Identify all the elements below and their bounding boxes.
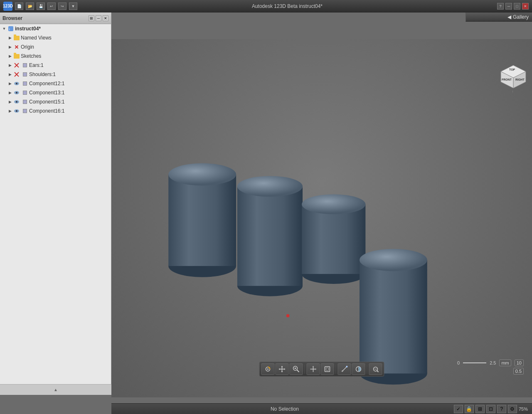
origin-x-icon [13, 44, 20, 50]
svg-marker-64 [279, 368, 280, 370]
comp12-box-icon [22, 80, 28, 87]
gallery-label[interactable]: Gallery [513, 14, 529, 20]
svg-point-11 [16, 101, 17, 103]
svg-line-75 [342, 370, 343, 372]
tree-shoulders[interactable]: ▶ Shoulders:1 [0, 70, 111, 79]
svg-point-13 [16, 110, 17, 112]
browser-bottom: ▲ [0, 384, 111, 395]
tree-comp16-label: Component16:1 [29, 108, 64, 114]
comp13-eye-icon [13, 89, 20, 96]
folder-icon [13, 34, 20, 41]
scale-bar: 0 2.5 mm 10 0.5 [457, 359, 524, 375]
help-button[interactable]: ? [497, 3, 504, 10]
svg-point-48 [302, 195, 365, 214]
snap-button[interactable]: ⊡ [486, 405, 495, 413]
3d-scene[interactable]: TOP FRONT RIGHT ↑ 0 2.5 mm 10 0.5 [111, 39, 532, 397]
redo-button[interactable]: ↪ [58, 2, 66, 10]
scale-min: 0 [457, 360, 460, 365]
tree-root-icon: i [7, 25, 14, 32]
tree-component13[interactable]: ▶ Component13:1 [0, 88, 111, 97]
tree-root-label: instruct04* [15, 26, 41, 32]
bottom-toolbar [259, 362, 384, 377]
orbit-button[interactable] [261, 363, 275, 375]
lock-button[interactable]: 🔒 [465, 405, 474, 413]
svg-marker-70 [313, 366, 314, 367]
scale-unit: mm [499, 360, 511, 366]
tree-component15[interactable]: ▶ Component15:1 [0, 97, 111, 106]
help2-button[interactable]: ? [497, 405, 506, 413]
scroll-up-arrow: ▲ [54, 387, 58, 392]
svg-point-51 [360, 249, 427, 271]
open-button[interactable]: 📂 [26, 2, 34, 10]
tree-named-views[interactable]: ▶ Named Views [0, 33, 111, 42]
svg-marker-63 [281, 371, 283, 372]
statusbar: No Selection ✓ 🔒 ⊞ ⊡ ? ⚙ 75% [111, 403, 532, 414]
tree-comp15-arrow: ▶ [7, 99, 12, 104]
svg-text:FRONT: FRONT [502, 78, 512, 81]
browser-controls: ⊞ ─ ✕ [89, 15, 108, 21]
browser-title: Browser [2, 15, 22, 21]
svg-text:TOP: TOP [509, 68, 515, 71]
browser-close-button[interactable]: ✕ [103, 15, 108, 21]
restore-button[interactable]: □ [514, 3, 520, 10]
tree-sketches-label: Sketches [21, 53, 41, 59]
tree-ears[interactable]: ▶ Ears:1 [0, 61, 111, 70]
statusbar-status: No Selection [271, 406, 299, 412]
titlebar-controls: ? ─ □ ✕ [497, 3, 529, 10]
comp15-eye-icon [13, 99, 20, 105]
tree-shoulders-label: Shoulders:1 [29, 71, 56, 77]
svg-point-7 [16, 83, 17, 84]
pan-button[interactable] [276, 363, 289, 375]
comp15-box-icon [22, 99, 28, 105]
navigation-cube[interactable]: TOP FRONT RIGHT ↑ [497, 59, 526, 92]
tree-component16[interactable]: ▶ Component16:1 [0, 106, 111, 116]
dropdown-button[interactable]: ▼ [69, 2, 77, 10]
tree-shoulders-arrow: ▶ [7, 72, 12, 77]
svg-marker-71 [315, 368, 317, 370]
titlebar-title: Autodesk 123D Beta instruct04* [77, 3, 497, 9]
measure-button[interactable] [338, 363, 351, 375]
ears-x-icon [13, 62, 20, 69]
frame-button[interactable] [321, 363, 334, 375]
tree-origin[interactable]: ▶ Origin [0, 42, 111, 52]
browser-tile-button[interactable]: ⊞ [89, 15, 94, 21]
tree-component12[interactable]: ▶ Component12:1 [0, 79, 111, 88]
viewport[interactable]: TOP FRONT RIGHT ↑ 0 2.5 mm 10 0.5 [111, 22, 532, 397]
tree-comp16-arrow: ▶ [7, 108, 12, 113]
svg-point-52 [286, 314, 290, 318]
tree-sketches[interactable]: ▶ Sketches [0, 52, 111, 61]
minimize-button[interactable]: ─ [505, 3, 512, 10]
svg-line-67 [297, 370, 299, 372]
settings2-button[interactable]: ⚙ [508, 405, 517, 413]
display-button[interactable] [352, 363, 365, 375]
svg-rect-73 [326, 368, 329, 370]
svg-rect-72 [325, 367, 330, 372]
sketches-folder-icon [13, 53, 20, 59]
tree-named-views-arrow: ▶ [7, 35, 12, 40]
check-button[interactable]: ✓ [454, 405, 463, 413]
svg-rect-44 [237, 186, 303, 286]
svg-rect-41 [168, 175, 236, 266]
comp12-eye-icon [13, 80, 20, 87]
close-button[interactable]: ✕ [522, 3, 529, 10]
gallery-arrow: ◀ [507, 14, 511, 20]
tree-origin-label: Origin [21, 44, 34, 50]
scale-sub-value: 0.5 [513, 368, 524, 375]
app-icon: 123D [3, 2, 12, 11]
more-display-button[interactable] [369, 363, 382, 375]
zoom-region-button[interactable] [290, 363, 303, 375]
scale-value: 10 [515, 360, 524, 366]
tree-comp15-label: Component15:1 [29, 99, 64, 105]
comp16-eye-icon [13, 108, 20, 114]
svg-marker-65 [284, 368, 286, 370]
tree-root-item[interactable]: ▼ i instruct04* [0, 24, 111, 33]
grid-button[interactable]: ⊞ [475, 405, 485, 413]
svg-line-80 [377, 370, 379, 372]
comp16-box-icon [22, 108, 28, 114]
move-button[interactable] [307, 363, 320, 375]
new-button[interactable]: 📄 [15, 2, 23, 10]
comp13-box-icon [22, 89, 28, 96]
undo-button[interactable]: ↩ [47, 2, 56, 10]
browser-collapse-button[interactable]: ─ [96, 15, 101, 21]
save-button[interactable]: 💾 [37, 2, 45, 10]
